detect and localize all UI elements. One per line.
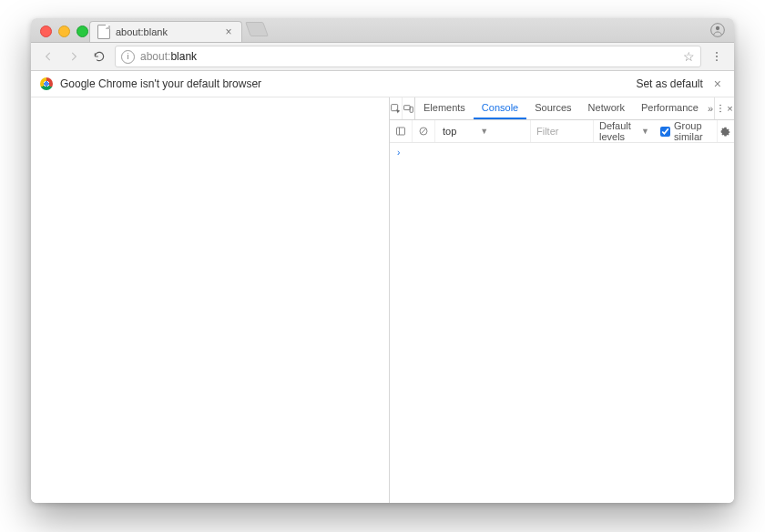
tab-elements[interactable]: Elements: [415, 97, 474, 119]
clear-icon: [418, 126, 429, 137]
svg-point-10: [719, 111, 721, 113]
group-similar-checkbox[interactable]: [660, 127, 670, 137]
page-viewport: [31, 97, 389, 503]
console-settings-button[interactable]: [717, 120, 734, 142]
log-levels-selector[interactable]: Default levels ▼: [593, 120, 655, 142]
devtools-panel: Elements Console Sources Network Perform…: [389, 97, 734, 503]
console-toolbar: top ▼ Default levels ▼ Group similar: [390, 120, 734, 143]
reload-button[interactable]: [89, 46, 109, 66]
svg-rect-7: [410, 107, 413, 112]
svg-point-3: [716, 56, 718, 57]
execution-context-selector[interactable]: top ▼: [435, 120, 531, 142]
window-close-button[interactable]: [40, 26, 52, 37]
tabs-overflow-button[interactable]: »: [707, 97, 714, 119]
window-controls: [40, 26, 88, 37]
tab-console[interactable]: Console: [474, 97, 526, 119]
group-similar-toggle[interactable]: Group similar: [655, 120, 717, 142]
caret-down-icon: ▼: [480, 127, 488, 136]
chrome-menu-button[interactable]: [707, 46, 727, 66]
chrome-logo-icon: [40, 77, 53, 90]
levels-label: Default levels: [599, 120, 638, 142]
reload-icon: [93, 50, 106, 63]
infobar-dismiss-button[interactable]: ×: [710, 77, 725, 91]
tab-sources[interactable]: Sources: [526, 97, 579, 119]
url-scheme: about:: [140, 50, 170, 63]
bookmark-star-icon[interactable]: ☆: [683, 49, 695, 64]
devtools-close-button[interactable]: ×: [726, 97, 734, 119]
url-text: about:blank: [140, 50, 197, 63]
toggle-device-toolbar-button[interactable]: [403, 97, 415, 119]
window-minimize-button[interactable]: [58, 26, 70, 37]
console-body[interactable]: ›: [390, 143, 734, 503]
context-label: top: [443, 126, 456, 137]
new-tab-button[interactable]: [245, 22, 269, 36]
console-prompt-caret: ›: [397, 148, 400, 158]
tab-title: about:blank: [116, 26, 218, 37]
device-icon: [403, 103, 414, 115]
browser-tab[interactable]: about:blank ×: [89, 21, 242, 42]
tab-strip: about:blank ×: [31, 18, 734, 43]
svg-point-8: [719, 105, 721, 107]
svg-rect-6: [404, 105, 411, 109]
infobar-message: Google Chrome isn't your default browser: [60, 77, 261, 90]
toolbar: i about:blank ☆: [31, 43, 734, 71]
tab-network[interactable]: Network: [580, 97, 633, 119]
caret-down-icon: ▼: [641, 127, 649, 136]
svg-rect-11: [397, 128, 405, 135]
set-default-button[interactable]: Set as default: [636, 77, 702, 90]
devtools-menu-button[interactable]: [715, 97, 726, 119]
svg-point-4: [716, 59, 718, 61]
svg-point-1: [716, 26, 719, 30]
url-path: blank: [170, 50, 197, 63]
user-icon: [710, 23, 725, 37]
tab-performance[interactable]: Performance: [633, 97, 707, 119]
gear-icon: [719, 126, 731, 138]
arrow-left-icon: [42, 50, 55, 63]
clear-console-button[interactable]: [413, 120, 435, 142]
inspect-icon: [390, 103, 402, 115]
svg-point-9: [719, 107, 721, 109]
sidebar-icon: [395, 126, 406, 137]
back-button[interactable]: [38, 46, 58, 66]
content-area: Elements Console Sources Network Perform…: [31, 97, 734, 503]
address-bar[interactable]: i about:blank ☆: [115, 46, 701, 67]
default-browser-infobar: Google Chrome isn't your default browser…: [31, 71, 734, 97]
console-filter-input[interactable]: [536, 124, 587, 138]
arrow-right-icon: [67, 50, 80, 63]
forward-button[interactable]: [64, 46, 84, 66]
tab-close-button[interactable]: ×: [223, 26, 234, 37]
site-info-icon[interactable]: i: [121, 50, 135, 64]
profile-button[interactable]: [710, 23, 725, 37]
page-icon: [97, 25, 110, 39]
inspect-element-button[interactable]: [390, 97, 403, 119]
chrome-window: about:blank ×: [31, 18, 734, 503]
devtools-tabbar: Elements Console Sources Network Perform…: [390, 97, 734, 120]
svg-point-2: [716, 52, 718, 54]
window-zoom-button[interactable]: [76, 26, 88, 37]
kebab-icon: [710, 50, 723, 63]
kebab-icon: [715, 103, 726, 114]
group-similar-label: Group similar: [674, 120, 711, 142]
toggle-console-sidebar-button[interactable]: [390, 120, 413, 142]
